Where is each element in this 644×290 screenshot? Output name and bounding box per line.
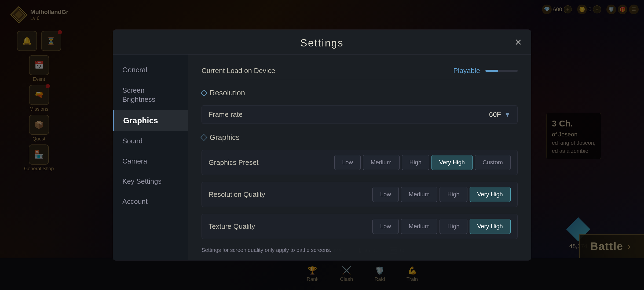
- settings-nav-general[interactable]: General: [113, 60, 188, 80]
- graphics-preset-high[interactable]: High: [402, 155, 429, 170]
- texture-quality-very-high[interactable]: Very High: [470, 219, 511, 234]
- frame-rate-row: Frame rate 60F ▼: [202, 105, 518, 124]
- settings-nav-sound[interactable]: Sound: [113, 131, 188, 151]
- load-bar: [485, 70, 518, 72]
- resolution-quality-medium[interactable]: Medium: [401, 187, 437, 202]
- resolution-quality-high[interactable]: High: [440, 187, 467, 202]
- texture-quality-label: Texture Quality: [208, 222, 255, 231]
- graphics-preset-buttons: Low Medium High Very High Custom: [334, 155, 511, 170]
- graphics-preset-custom[interactable]: Custom: [475, 155, 511, 170]
- settings-nav-account[interactable]: Account: [113, 191, 188, 212]
- settings-nav-graphics[interactable]: Graphics: [113, 110, 188, 131]
- texture-quality-medium[interactable]: Medium: [401, 219, 437, 234]
- resolution-quality-low[interactable]: Low: [372, 187, 399, 202]
- frame-rate-number: 60F: [489, 110, 501, 119]
- graphics-preset-row: Graphics Preset Low Medium High Very Hig…: [202, 150, 518, 175]
- close-button[interactable]: ×: [515, 37, 522, 48]
- device-load-label: Current Load on Device: [202, 67, 275, 75]
- settings-sidebar: General ScreenBrightness Graphics Sound …: [113, 55, 188, 260]
- settings-nav-key-settings[interactable]: Key Settings: [113, 171, 188, 191]
- modal-header: Settings ×: [113, 30, 531, 55]
- load-bar-fill: [485, 70, 498, 72]
- settings-content: Current Load on Device Playable Resoluti…: [188, 55, 531, 260]
- device-load-value: Playable: [453, 67, 518, 75]
- settings-modal: Settings × General ScreenBrightness Grap…: [113, 30, 531, 260]
- resolution-section-header: Resolution: [202, 86, 518, 99]
- texture-quality-low[interactable]: Low: [372, 219, 399, 234]
- texture-quality-high[interactable]: High: [440, 219, 467, 234]
- settings-nav-screen-brightness[interactable]: ScreenBrightness: [113, 80, 188, 110]
- graphics-preset-label: Graphics Preset: [208, 158, 258, 167]
- graphics-preset-medium[interactable]: Medium: [363, 155, 399, 170]
- texture-quality-row: Texture Quality Low Medium High Very Hig…: [202, 214, 518, 239]
- texture-quality-buttons: Low Medium High Very High: [372, 219, 511, 234]
- graphics-section-header: Graphics: [202, 130, 518, 143]
- settings-nav-camera[interactable]: Camera: [113, 151, 188, 171]
- resolution-quality-buttons: Low Medium High Very High: [372, 187, 511, 202]
- graphics-section-diamond-icon: [200, 134, 207, 141]
- resolution-section-title: Resolution: [210, 89, 245, 97]
- device-load-row: Current Load on Device Playable: [202, 63, 518, 79]
- modal-title: Settings: [300, 37, 343, 49]
- frame-rate-dropdown-icon: ▼: [504, 111, 511, 118]
- resolution-quality-very-high[interactable]: Very High: [470, 187, 511, 202]
- resolution-section-diamond-icon: [200, 89, 207, 96]
- graphics-preset-very-high[interactable]: Very High: [431, 155, 473, 170]
- graphics-section-title: Graphics: [210, 133, 240, 142]
- frame-rate-value[interactable]: 60F ▼: [489, 110, 511, 119]
- resolution-quality-row: Resolution Quality Low Medium High Very …: [202, 182, 518, 207]
- settings-note: Settings for screen quality only apply t…: [202, 246, 518, 255]
- resolution-quality-label: Resolution Quality: [208, 190, 265, 199]
- graphics-preset-low[interactable]: Low: [334, 155, 361, 170]
- frame-rate-label: Frame rate: [208, 110, 243, 119]
- playable-text: Playable: [453, 67, 480, 75]
- modal-body: General ScreenBrightness Graphics Sound …: [113, 55, 531, 260]
